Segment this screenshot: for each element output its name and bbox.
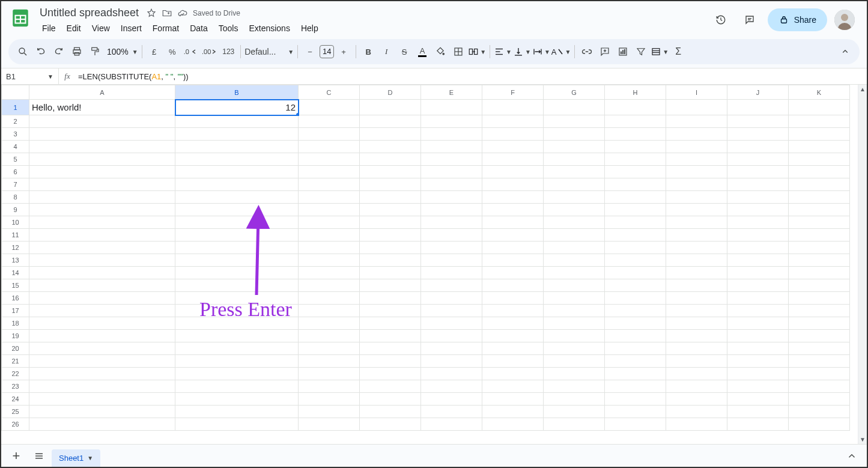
cell-K22[interactable]: [789, 368, 850, 380]
cell-A15[interactable]: [29, 279, 175, 292]
cell-D5[interactable]: [360, 153, 421, 166]
cell-I22[interactable]: [666, 368, 727, 380]
more-formats-button[interactable]: 123: [220, 43, 237, 60]
cell-D15[interactable]: [360, 279, 421, 292]
insert-chart-icon[interactable]: [615, 43, 631, 60]
cell-E12[interactable]: [421, 242, 482, 254]
cell-H11[interactable]: [605, 229, 666, 242]
cell-G13[interactable]: [544, 254, 605, 267]
decrease-decimal-icon[interactable]: .0: [182, 43, 199, 60]
cell-G6[interactable]: [544, 166, 605, 178]
cell-G18[interactable]: [544, 317, 605, 330]
cell-H18[interactable]: [605, 317, 666, 330]
cell-C16[interactable]: [299, 292, 360, 305]
fill-color-button[interactable]: [432, 43, 449, 60]
cell-B2[interactable]: [175, 115, 299, 128]
cell-E13[interactable]: [421, 254, 482, 267]
cell-C24[interactable]: [299, 393, 360, 406]
cell-A25[interactable]: [29, 406, 175, 418]
cell-E22[interactable]: [421, 368, 482, 380]
cell-I11[interactable]: [666, 229, 727, 242]
cell-I15[interactable]: [666, 279, 727, 292]
cell-E16[interactable]: [421, 292, 482, 305]
cell-J6[interactable]: [727, 166, 789, 178]
account-avatar[interactable]: [834, 10, 855, 30]
cell-A20[interactable]: [29, 342, 175, 355]
cell-A4[interactable]: [29, 141, 175, 153]
cell-E26[interactable]: [421, 418, 482, 431]
row-header-20[interactable]: 20: [2, 342, 29, 355]
cell-B5[interactable]: [175, 153, 299, 166]
cell-H12[interactable]: [605, 242, 666, 254]
cell-J17[interactable]: [727, 305, 789, 317]
cell-B8[interactable]: [175, 191, 299, 204]
cell-F22[interactable]: [482, 368, 544, 380]
all-sheets-button[interactable]: [29, 447, 49, 465]
cell-K19[interactable]: [789, 330, 850, 342]
cell-A5[interactable]: [29, 153, 175, 166]
cell-D20[interactable]: [360, 342, 421, 355]
cell-A13[interactable]: [29, 254, 175, 267]
cell-I8[interactable]: [666, 191, 727, 204]
cell-H17[interactable]: [605, 305, 666, 317]
row-header-15[interactable]: 15: [2, 279, 29, 292]
cell-H24[interactable]: [605, 393, 666, 406]
valign-button[interactable]: ▼: [513, 46, 531, 57]
cell-D26[interactable]: [360, 418, 421, 431]
cell-A1[interactable]: Hello, world!: [29, 100, 175, 115]
select-all-corner[interactable]: [2, 85, 29, 100]
row-header-14[interactable]: 14: [2, 267, 29, 279]
insert-comment-icon[interactable]: [596, 43, 613, 60]
cell-K9[interactable]: [789, 204, 850, 216]
selection-handle[interactable]: [296, 113, 299, 115]
row-header-24[interactable]: 24: [2, 393, 29, 406]
cell-A11[interactable]: [29, 229, 175, 242]
cell-I2[interactable]: [666, 115, 727, 128]
move-icon[interactable]: [162, 8, 172, 19]
cell-J18[interactable]: [727, 317, 789, 330]
formula-input[interactable]: =LEN(SUBSTITUTE(A1, " ", "")): [76, 72, 867, 81]
cell-A7[interactable]: [29, 178, 175, 191]
cell-I24[interactable]: [666, 393, 727, 406]
cell-F25[interactable]: [482, 406, 544, 418]
cell-J14[interactable]: [727, 267, 789, 279]
history-icon[interactable]: [710, 9, 732, 31]
cell-F5[interactable]: [482, 153, 544, 166]
cell-J12[interactable]: [727, 242, 789, 254]
cell-K5[interactable]: [789, 153, 850, 166]
cell-B16[interactable]: [175, 292, 299, 305]
cell-B15[interactable]: [175, 279, 299, 292]
cell-K6[interactable]: [789, 166, 850, 178]
row-header-7[interactable]: 7: [2, 178, 29, 191]
cell-C3[interactable]: [299, 128, 360, 141]
cell-C7[interactable]: [299, 178, 360, 191]
row-header-16[interactable]: 16: [2, 292, 29, 305]
cell-H15[interactable]: [605, 279, 666, 292]
table-view-icon[interactable]: ▼: [651, 46, 669, 57]
cell-B7[interactable]: [175, 178, 299, 191]
cell-C2[interactable]: [299, 115, 360, 128]
cell-D19[interactable]: [360, 330, 421, 342]
cell-F24[interactable]: [482, 393, 544, 406]
cell-B22[interactable]: [175, 368, 299, 380]
cell-E7[interactable]: [421, 178, 482, 191]
cell-H25[interactable]: [605, 406, 666, 418]
cell-C18[interactable]: [299, 317, 360, 330]
cell-J5[interactable]: [727, 153, 789, 166]
cell-F21[interactable]: [482, 355, 544, 368]
cell-K17[interactable]: [789, 305, 850, 317]
cell-G20[interactable]: [544, 342, 605, 355]
cell-C1[interactable]: [299, 100, 360, 115]
col-header-I[interactable]: I: [666, 85, 727, 100]
cell-B20[interactable]: [175, 342, 299, 355]
cell-D8[interactable]: [360, 191, 421, 204]
col-header-J[interactable]: J: [727, 85, 789, 100]
cell-J25[interactable]: [727, 406, 789, 418]
cell-C26[interactable]: [299, 418, 360, 431]
cell-H19[interactable]: [605, 330, 666, 342]
cell-I13[interactable]: [666, 254, 727, 267]
cell-E21[interactable]: [421, 355, 482, 368]
cell-I21[interactable]: [666, 355, 727, 368]
cell-C22[interactable]: [299, 368, 360, 380]
cell-K14[interactable]: [789, 267, 850, 279]
